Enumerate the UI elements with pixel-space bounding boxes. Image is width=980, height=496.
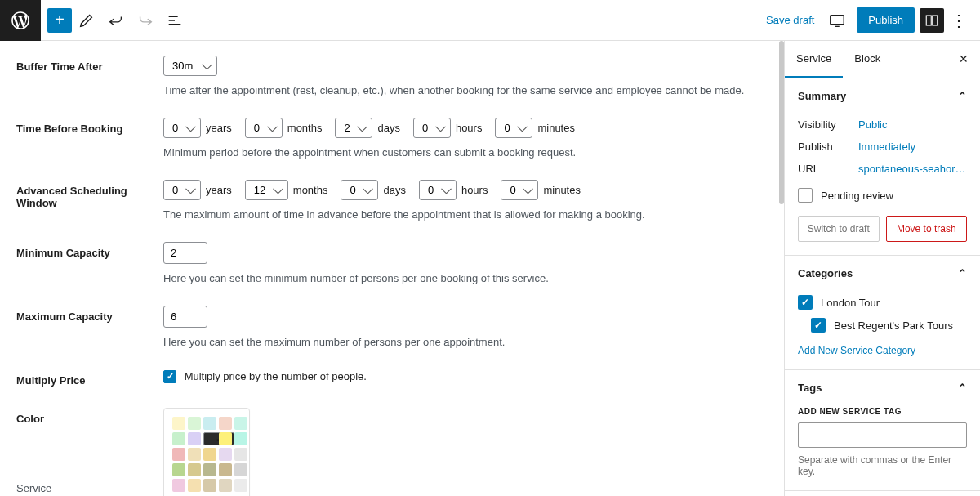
close-sidebar-icon[interactable]: ✕ [947, 41, 980, 78]
svg-rect-0 [831, 15, 844, 24]
color-swatch[interactable] [188, 479, 201, 492]
color-swatch[interactable] [234, 463, 247, 476]
color-swatch[interactable] [172, 417, 185, 430]
color-swatch[interactable] [188, 463, 201, 476]
time-before-label: Time Before Booking [16, 118, 163, 135]
color-label: Color [16, 408, 163, 425]
settings-sidebar: Service Block ✕ Summary ⌃ VisibilityPubl… [784, 41, 980, 496]
time-before-months[interactable]: 0 [245, 118, 283, 138]
category-label: London Tour [821, 297, 880, 309]
buffer-after-help: Time after the appointment (rest, cleanu… [163, 84, 768, 96]
publish-time-link[interactable]: Immediately [858, 141, 967, 153]
color-swatch[interactable] [172, 432, 185, 445]
add-block-button[interactable]: + [47, 8, 72, 33]
multiply-chk-label: Multiply price by the number of people. [185, 370, 367, 382]
buffer-after-select[interactable]: 30m [163, 56, 217, 76]
add-tag-label: ADD NEW SERVICE TAG [798, 405, 967, 422]
chevron-up-icon: ⌃ [958, 267, 967, 279]
preview-icon[interactable] [822, 6, 852, 35]
color-swatch[interactable] [234, 448, 247, 461]
adv-window-days[interactable]: 0 [341, 180, 378, 200]
panel-categories-header[interactable]: Categories ⌃ [785, 256, 980, 291]
move-trash-button[interactable]: Move to trash [886, 216, 968, 242]
time-before-hours[interactable]: 0 [413, 118, 451, 138]
visibility-link[interactable]: Public [858, 118, 967, 131]
color-swatch[interactable] [188, 432, 201, 445]
min-cap-help: Here you can set the minimum number of p… [163, 272, 768, 284]
color-swatch[interactable] [219, 417, 232, 430]
max-cap-help: Here you can set the maximum number of p… [163, 336, 768, 348]
category-row: Best Regent's Park Tours [798, 314, 967, 337]
multiply-label: Multiply Price [16, 369, 163, 387]
list-view-icon[interactable] [160, 6, 189, 35]
switch-draft-button[interactable]: Switch to draft [798, 216, 880, 242]
tab-service[interactable]: Service [785, 41, 843, 78]
options-menu-icon[interactable]: ⋮ [944, 11, 973, 30]
svg-rect-2 [933, 16, 938, 25]
multiply-checkbox[interactable] [163, 370, 176, 383]
adv-window-years[interactable]: 0 [163, 180, 201, 200]
edit-icon[interactable] [72, 6, 101, 35]
max-cap-label: Maximum Capacity [16, 306, 163, 323]
color-swatch[interactable] [188, 448, 201, 461]
color-swatch[interactable] [203, 463, 216, 476]
adv-window-minutes[interactable]: 0 [501, 180, 538, 200]
chevron-up-icon: ⌃ [958, 382, 967, 394]
color-swatch[interactable] [203, 417, 216, 430]
adv-window-help: The maximum amount of time in advance be… [163, 208, 768, 221]
color-swatch[interactable] [219, 463, 232, 476]
publish-button[interactable]: Publish [857, 7, 915, 33]
category-checkbox[interactable] [798, 295, 813, 310]
editor-canvas: Buffer Time After 30m Time after the app… [0, 41, 784, 496]
color-swatch[interactable] [234, 479, 247, 492]
color-swatch[interactable] [234, 432, 247, 445]
save-draft-link[interactable]: Save draft [766, 14, 814, 26]
undo-icon[interactable] [101, 6, 131, 35]
color-swatch[interactable] [219, 448, 232, 461]
color-swatch[interactable] [234, 417, 247, 430]
color-swatch[interactable] [219, 432, 232, 445]
panel-summary-header[interactable]: Summary ⌃ [785, 78, 980, 114]
color-picker: More [163, 408, 250, 496]
color-swatch[interactable] [188, 417, 201, 430]
min-cap-label: Minimum Capacity [16, 242, 163, 259]
color-swatch[interactable] [172, 463, 185, 476]
redo-icon[interactable] [131, 6, 160, 35]
tab-block[interactable]: Block [843, 41, 892, 78]
scrollbar[interactable] [779, 41, 784, 204]
svg-rect-1 [926, 16, 931, 25]
adv-window-months[interactable]: 12 [245, 180, 288, 200]
min-cap-input[interactable] [163, 242, 207, 264]
pending-review-checkbox[interactable] [798, 188, 813, 203]
wordpress-logo[interactable] [0, 0, 41, 41]
bottom-tab-service[interactable]: Service [16, 482, 51, 494]
category-label: Best Regent's Park Tours [834, 319, 953, 332]
category-checkbox[interactable] [811, 318, 826, 333]
chevron-up-icon: ⌃ [958, 90, 967, 102]
settings-toggle[interactable] [920, 8, 944, 33]
time-before-help: Minimum period before the appointment wh… [163, 146, 768, 159]
panel-tags-header[interactable]: Tags ⌃ [785, 370, 980, 405]
adv-window-label: Advanced Scheduling Window [16, 180, 163, 209]
color-swatch[interactable] [203, 448, 216, 461]
time-before-minutes[interactable]: 0 [495, 118, 532, 138]
category-row: London Tour [798, 291, 967, 314]
color-swatch[interactable] [172, 479, 185, 492]
tag-help: Separate with commas or the Enter key. [798, 448, 967, 477]
max-cap-input[interactable] [163, 306, 207, 328]
buffer-after-label: Buffer Time After [16, 56, 163, 73]
time-before-days[interactable]: 2 [335, 118, 372, 138]
color-swatch[interactable] [219, 479, 232, 492]
tag-input[interactable] [798, 422, 967, 448]
time-before-years[interactable]: 0 [163, 118, 201, 138]
adv-window-hours[interactable]: 0 [419, 180, 457, 200]
color-swatch[interactable] [172, 448, 185, 461]
add-category-link[interactable]: Add New Service Category [798, 345, 915, 356]
color-swatch[interactable] [203, 479, 216, 492]
url-link[interactable]: spontaneous-seahorse... [858, 163, 967, 175]
top-toolbar: + Save draft Publish ⋮ [0, 0, 980, 41]
